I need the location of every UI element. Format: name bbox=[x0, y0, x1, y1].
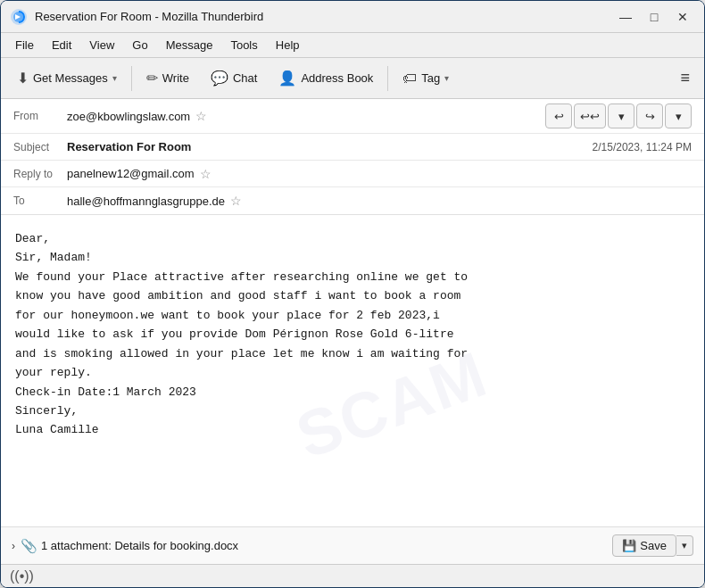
from-value: zoe@kbowlingslaw.com ☆ bbox=[67, 109, 545, 123]
close-button[interactable]: ✕ bbox=[670, 7, 695, 27]
title-bar: Reservation For Room - Mozilla Thunderbi… bbox=[1, 1, 704, 33]
from-label: From bbox=[13, 110, 67, 122]
get-messages-icon: ⬇ bbox=[17, 70, 29, 87]
subject-value: Reservation For Room bbox=[67, 140, 593, 153]
subject-label: Subject bbox=[13, 141, 67, 153]
wifi-icon: ((•)) bbox=[10, 568, 34, 584]
reply-to-address: panelnew12@gmail.com bbox=[67, 167, 195, 180]
chat-label: Chat bbox=[233, 71, 257, 85]
reply-to-label: Reply to bbox=[13, 168, 67, 180]
attachment-name: 1 attachment: Details for booking.docx bbox=[41, 539, 612, 552]
menu-edit[interactable]: Edit bbox=[45, 37, 79, 54]
menu-bar: File Edit View Go Message Tools Help bbox=[1, 33, 704, 58]
menu-message[interactable]: Message bbox=[159, 37, 220, 54]
reply-to-value: panelnew12@gmail.com ☆ bbox=[67, 167, 692, 181]
toolbar: ⬇ Get Messages ▾ ✏ Write 💬 Chat 👤 Addres… bbox=[1, 58, 704, 99]
write-label: Write bbox=[162, 71, 189, 85]
address-book-icon: 👤 bbox=[278, 70, 296, 87]
attachment-clip-icon: 📎 bbox=[21, 538, 37, 554]
menu-tools[interactable]: Tools bbox=[223, 37, 264, 54]
attachment-expand-icon[interactable]: › bbox=[12, 540, 15, 552]
more-button[interactable]: ▾ bbox=[665, 104, 692, 128]
from-row: From zoe@kbowlingslaw.com ☆ ↩ ↩↩ ▾ ↪ ▾ bbox=[1, 99, 704, 134]
window-title: Reservation For Room - Mozilla Thunderbi… bbox=[35, 10, 613, 23]
save-icon: 💾 bbox=[622, 539, 636, 552]
to-row: To halle@hoffmannglasgruppe.de ☆ bbox=[1, 187, 704, 214]
to-star-icon[interactable]: ☆ bbox=[230, 194, 242, 208]
attachment-bar: › 📎 1 attachment: Details for booking.do… bbox=[1, 526, 704, 564]
write-icon: ✏ bbox=[146, 70, 158, 87]
reply-to-row: Reply to panelnew12@gmail.com ☆ bbox=[1, 161, 704, 187]
nav-dropdown-button[interactable]: ▾ bbox=[608, 104, 634, 128]
chat-icon: 💬 bbox=[211, 70, 228, 87]
get-messages-label: Get Messages bbox=[33, 71, 108, 85]
menu-help[interactable]: Help bbox=[269, 37, 307, 54]
save-label: Save bbox=[640, 539, 667, 552]
window-controls: — □ ✕ bbox=[613, 7, 695, 27]
thunderbird-icon bbox=[10, 8, 28, 26]
menu-view[interactable]: View bbox=[82, 37, 121, 54]
tag-button[interactable]: 🏷 Tag ▾ bbox=[394, 63, 458, 94]
to-value: halle@hoffmannglasgruppe.de ☆ bbox=[67, 194, 692, 208]
email-content-wrap: SCAM Dear, Sir, Madam! We found your Pla… bbox=[1, 215, 704, 564]
toolbar-separator-2 bbox=[387, 66, 388, 91]
reply-all-button[interactable]: ↩↩ bbox=[574, 104, 606, 128]
menu-file[interactable]: File bbox=[8, 37, 41, 54]
from-star-icon[interactable]: ☆ bbox=[195, 109, 207, 123]
tag-label: Tag bbox=[421, 71, 440, 85]
hamburger-menu-button[interactable]: ≡ bbox=[673, 65, 697, 91]
minimize-button[interactable]: — bbox=[613, 7, 638, 27]
email-date: 2/15/2023, 11:24 PM bbox=[593, 141, 692, 153]
write-button[interactable]: ✏ Write bbox=[137, 63, 198, 94]
email-body-text: Dear, Sir, Madam! We found your Place at… bbox=[15, 229, 690, 440]
to-label: To bbox=[13, 195, 67, 207]
address-book-label: Address Book bbox=[301, 71, 373, 85]
toolbar-separator-1 bbox=[131, 66, 132, 91]
tag-arrow: ▾ bbox=[444, 73, 449, 83]
save-dropdown-button[interactable]: ▾ bbox=[676, 535, 693, 556]
email-header: From zoe@kbowlingslaw.com ☆ ↩ ↩↩ ▾ ↪ ▾ S… bbox=[1, 99, 704, 215]
save-button[interactable]: 💾 Save bbox=[612, 534, 676, 557]
tag-icon: 🏷 bbox=[402, 70, 417, 87]
get-messages-button[interactable]: ⬇ Get Messages ▾ bbox=[8, 63, 126, 94]
menu-go[interactable]: Go bbox=[125, 37, 154, 54]
nav-arrows: ↩ ↩↩ ▾ ↪ ▾ bbox=[545, 104, 692, 128]
main-window: Reservation For Room - Mozilla Thunderbi… bbox=[0, 0, 705, 588]
maximize-button[interactable]: □ bbox=[642, 7, 667, 27]
address-book-button[interactable]: 👤 Address Book bbox=[270, 63, 382, 94]
reply-button[interactable]: ↩ bbox=[545, 104, 572, 128]
forward-button[interactable]: ↪ bbox=[636, 104, 663, 128]
get-messages-arrow: ▾ bbox=[112, 73, 117, 83]
status-bar: ((•)) bbox=[1, 564, 704, 587]
email-body: Dear, Sir, Madam! We found your Place at… bbox=[1, 215, 704, 526]
from-address: zoe@kbowlingslaw.com bbox=[67, 110, 190, 123]
reply-to-star-icon[interactable]: ☆ bbox=[200, 167, 212, 181]
chat-button[interactable]: 💬 Chat bbox=[202, 63, 266, 94]
to-address: halle@hoffmannglasgruppe.de bbox=[67, 195, 225, 208]
subject-row: Subject Reservation For Room 2/15/2023, … bbox=[1, 134, 704, 161]
